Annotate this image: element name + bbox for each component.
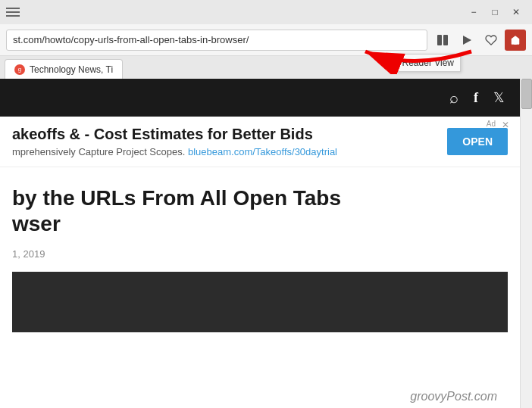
ad-text-area: akeoffs & - Cost Estimates for Better Bi… (12, 126, 337, 157)
active-tab[interactable]: g Technology News, Ti (5, 59, 123, 79)
article-area: by the URLs From All Open Tabs wser 1, 2… (0, 167, 520, 341)
title-bar: − □ ✕ (0, 0, 532, 24)
site-header: ⌕ f 𝕏 (0, 79, 520, 117)
url-text: st.com/howto/copy-urls-from-all-open-tab… (13, 34, 249, 45)
ad-label: Ad (487, 120, 496, 128)
twitter-icon[interactable]: 𝕏 (493, 89, 505, 106)
search-icon[interactable]: ⌕ (449, 89, 458, 107)
ad-description: mprehensively Capture Project Scopes. bl… (12, 146, 337, 157)
menu-icon[interactable] (6, 8, 20, 17)
minimize-button[interactable]: − (464, 2, 483, 22)
scrollbar[interactable] (520, 79, 532, 408)
content-area: ⌕ f 𝕏 akeoffs & - Cost Estimates for Bet… (0, 79, 520, 408)
scrollbar-thumb[interactable] (521, 79, 532, 109)
favorite-button[interactable] (480, 30, 502, 51)
svg-rect-1 (443, 35, 448, 45)
ad-title: akeoffs & - Cost Estimates for Better Bi… (12, 126, 337, 143)
reader-view-tooltip: Reader View (396, 54, 461, 72)
tab-title: Technology News, Ti (30, 64, 113, 75)
address-bar-area: st.com/howto/copy-urls-from-all-open-tab… (0, 24, 532, 56)
play-button[interactable] (456, 30, 477, 51)
close-button[interactable]: ✕ (506, 2, 526, 22)
ad-banner: akeoffs & - Cost Estimates for Better Bi… (0, 117, 520, 167)
svg-rect-0 (437, 35, 442, 45)
svg-marker-2 (463, 36, 471, 45)
address-input[interactable]: st.com/howto/copy-urls-from-all-open-tab… (6, 30, 427, 51)
tab-favicon: g (14, 64, 25, 75)
home-button[interactable] (505, 30, 526, 51)
restore-button[interactable]: □ (485, 2, 505, 22)
address-icons: Reader View (432, 30, 526, 51)
facebook-icon[interactable]: f (474, 90, 478, 106)
article-image (12, 272, 508, 332)
ad-close-button[interactable]: ✕ (502, 120, 509, 130)
article-date: 1, 2019 (12, 248, 508, 260)
ad-open-button[interactable]: OPEN (447, 128, 508, 155)
ad-link[interactable]: bluebeam.com/Takeoffs/30daytrial (188, 146, 337, 157)
reader-view-button[interactable]: Reader View (432, 30, 453, 51)
site-branding: groovyPost.com (410, 390, 497, 403)
article-title: by the URLs From All Open Tabs wser (12, 185, 508, 236)
